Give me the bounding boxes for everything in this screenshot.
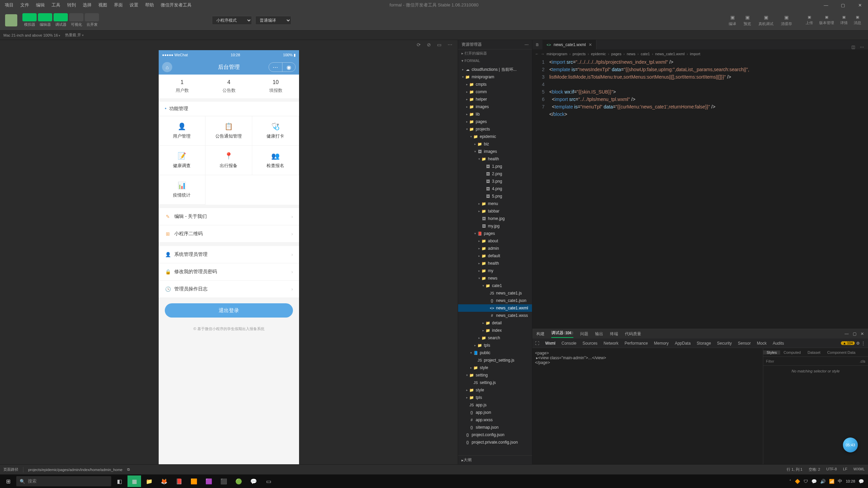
menu-item[interactable]: 界面 xyxy=(111,2,126,7)
toolbar-action[interactable]: ▣清缓存 xyxy=(781,14,792,26)
menu-item[interactable]: 微信开发者工具 xyxy=(157,2,195,7)
tree-node[interactable]: ▾📁miniprogram xyxy=(458,73,532,81)
devtools-inner-tab[interactable]: Sensor xyxy=(738,341,751,346)
styles-tab[interactable]: Dataset xyxy=(804,350,824,354)
nav-back-icon[interactable]: ← xyxy=(535,52,539,56)
tree-node[interactable]: ▸📁pages xyxy=(458,118,532,125)
status-item[interactable]: 空格: 2 xyxy=(809,467,820,472)
tree-node[interactable]: ▸📁menu xyxy=(458,200,532,207)
taskbar-app[interactable]: 🟪 xyxy=(202,475,216,487)
feature-item[interactable]: 📋公告通知管理 xyxy=(205,116,252,146)
tray-icon[interactable]: 📶 xyxy=(829,479,834,484)
tree-node[interactable]: JSnews_cate1.js xyxy=(458,289,532,297)
tree-node[interactable]: ▸📁style xyxy=(458,386,532,394)
breadcrumb-item[interactable]: projects xyxy=(573,52,586,56)
tree-node[interactable]: 🖼my.jpg xyxy=(458,222,532,230)
menu-item[interactable]: 设置 xyxy=(126,2,142,7)
devtools-more-icon[interactable]: ⋮ xyxy=(861,341,865,346)
menu-item[interactable]: 编辑 xyxy=(33,2,48,7)
copy-path-icon[interactable]: ⧉ xyxy=(127,467,130,472)
devtools-inner-tab[interactable]: Storage xyxy=(697,341,711,346)
tab-close-icon[interactable]: ✕ xyxy=(589,42,592,47)
devtools-restore-icon[interactable]: ▢ xyxy=(853,331,856,336)
tree-node[interactable]: ▾🖼images xyxy=(458,148,532,155)
menu-item[interactable]: 选择 xyxy=(79,2,95,7)
close-button[interactable]: ✕ xyxy=(853,3,867,8)
tree-node[interactable]: ▾📁projects xyxy=(458,125,532,133)
tree-node[interactable]: ▾📁cate1 xyxy=(458,282,532,289)
tree-node[interactable]: ▸📁search xyxy=(458,334,532,342)
toolbar-action[interactable]: ▣上传 xyxy=(806,15,813,25)
tree-node[interactable]: ▸📁index xyxy=(458,327,532,334)
status-item[interactable]: LF xyxy=(843,467,847,472)
refresh-icon[interactable]: ⟳ xyxy=(417,42,421,47)
feature-item[interactable]: 👥检查报名 xyxy=(252,146,299,175)
tree-node[interactable]: ▾📁health xyxy=(458,155,532,163)
tree-node[interactable]: 🖼3.png xyxy=(458,178,532,185)
devtools-close-icon[interactable]: ✕ xyxy=(861,331,864,336)
styles-filter-input[interactable] xyxy=(766,359,860,363)
start-button[interactable]: ⊞ xyxy=(1,475,15,487)
hot-reload-toggle[interactable]: 热重载 开 xyxy=(65,33,84,38)
tree-node[interactable]: ▸📁admin xyxy=(458,245,532,252)
feature-item[interactable]: 📊疫情统计 xyxy=(159,175,205,205)
devtools-inner-tab[interactable]: Memory xyxy=(654,341,669,346)
menu-item[interactable]: 视图 xyxy=(95,2,111,7)
feature-item[interactable]: 🩺健康打卡 xyxy=(252,116,299,146)
toolbar-action[interactable]: ▣预览 xyxy=(744,14,751,26)
taskbar-app[interactable]: ⬛ xyxy=(217,475,231,487)
toolbar-action[interactable]: ▣消息 xyxy=(854,15,861,25)
devtools-inner-tab[interactable]: Mock xyxy=(757,341,767,346)
user-avatar[interactable] xyxy=(5,14,17,26)
project-root-group[interactable]: ▾ FORMAL xyxy=(458,57,532,64)
tree-node[interactable]: 🖼home.jpg xyxy=(458,215,532,222)
taskbar-search[interactable]: 🔍 搜索 xyxy=(16,476,111,486)
tree-node[interactable]: ▸📁my xyxy=(458,267,532,274)
devtools-inner-tab[interactable]: Wxml xyxy=(545,341,555,346)
task-view-icon[interactable]: ◧ xyxy=(113,475,126,487)
tree-node[interactable]: {}project.config.json xyxy=(458,431,532,439)
tree-node[interactable]: ▸📁tpls xyxy=(458,394,532,401)
inspect-icon[interactable]: ⛶ xyxy=(535,341,539,346)
devtools-inner-tab[interactable]: Console xyxy=(561,341,576,346)
menu-item[interactable]: 文件 xyxy=(17,2,33,7)
toolbar-action[interactable]: ▣编译 xyxy=(729,14,736,26)
tree-node[interactable]: ▸📁tabbar xyxy=(458,207,532,215)
tree-node[interactable]: ▾📁news xyxy=(458,274,532,282)
devtools-tab[interactable]: 调试器104 xyxy=(551,330,573,338)
menu-item[interactable]: 工具 xyxy=(48,2,64,7)
tree-node[interactable]: ▸📁comm xyxy=(458,88,532,96)
tree-node[interactable]: #news_cate1.wxss xyxy=(458,312,532,319)
devtools-inner-tab[interactable]: Sources xyxy=(583,341,597,346)
panel-toggle[interactable]: 编辑器 xyxy=(38,13,52,27)
tray-icon[interactable]: 💬 xyxy=(811,479,817,484)
minimize-button[interactable]: — xyxy=(819,3,833,8)
nav-fwd-icon[interactable]: → xyxy=(541,52,545,56)
status-item[interactable]: WXML xyxy=(853,467,865,472)
tray-ime[interactable]: 中 xyxy=(838,478,842,484)
code-editor[interactable]: 1234567 <import src="../../../../../tpls… xyxy=(532,58,868,329)
tree-node[interactable]: {}app.json xyxy=(458,409,532,416)
panel-toggle[interactable]: 模拟器 xyxy=(22,13,37,27)
device-select[interactable]: Mac 21-inch and above 100% 16 xyxy=(3,33,60,37)
capsule-close-icon[interactable]: ◉ xyxy=(282,63,296,72)
tray-chevron-icon[interactable]: ˄ xyxy=(789,479,791,484)
more-icon[interactable]: ⋯ xyxy=(448,42,452,47)
breadcrumb-item[interactable]: epidemic xyxy=(591,52,606,56)
logout-button[interactable]: 退出登录 xyxy=(165,303,293,318)
breadcrumb-item[interactable]: cate1 xyxy=(641,52,650,56)
tray-icon[interactable]: 🔶 xyxy=(795,479,800,484)
breadcrumb-item[interactable]: news_cate1.wxml xyxy=(655,52,685,56)
status-item[interactable]: 行 1, 列 1 xyxy=(787,467,802,472)
tree-node[interactable]: 🖼1.png xyxy=(458,163,532,170)
tree-node[interactable]: ▾📁setting xyxy=(458,371,532,379)
tree-node[interactable]: ▸📁health xyxy=(458,260,532,267)
panel-toggle[interactable]: 调试器 xyxy=(54,13,68,27)
tree-node[interactable]: ▸📁detail xyxy=(458,319,532,327)
tree-node[interactable]: <>news_cate1.wxml xyxy=(458,304,532,312)
open-editors-group[interactable]: ▸ 打开的编辑器 xyxy=(458,49,532,57)
stat-cell[interactable]: 1用户数 xyxy=(159,79,205,94)
back-icon[interactable]: 🗎 xyxy=(532,40,542,49)
tray-icon[interactable]: 🔊 xyxy=(820,479,826,484)
toolbar-action[interactable]: ▣版本管理 xyxy=(819,15,834,25)
